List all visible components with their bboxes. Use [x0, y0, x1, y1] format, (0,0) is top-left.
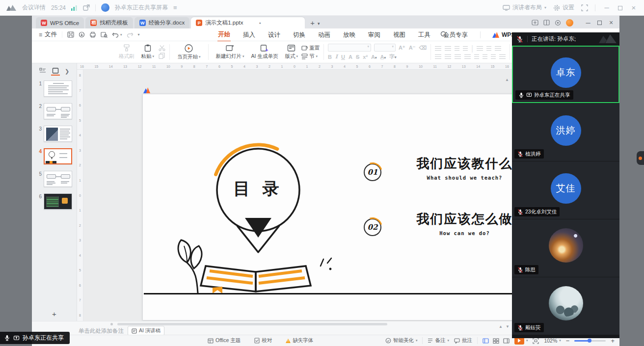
- paste-button[interactable]: 粘贴▾: [138, 44, 158, 60]
- slide-thumb-1[interactable]: 1: [32, 80, 77, 97]
- wps-restore-button[interactable]: [597, 18, 602, 27]
- slide-thumb-3[interactable]: 3: [32, 126, 77, 142]
- ribbon-tab-home[interactable]: 开始: [217, 28, 231, 42]
- tab-presentation-pptx[interactable]: P演示文稿1.pptx●: [191, 17, 305, 28]
- panel-collapse-handle[interactable]: [637, 151, 644, 165]
- slide-thumb-2[interactable]: 2: [32, 103, 77, 119]
- ai-generate-page-button[interactable]: AI 生成单页: [248, 44, 282, 60]
- new-tab-button[interactable]: +: [310, 19, 315, 27]
- toc-item-2-subtitle[interactable]: How can we do?: [412, 230, 517, 236]
- ribbon-tab-animation[interactable]: 动画: [318, 29, 331, 41]
- file-menu-button[interactable]: ≡文件: [32, 30, 62, 39]
- tab-docer-templates[interactable]: 稻找稻壳模板: [85, 17, 133, 28]
- tab-experience-docx[interactable]: W经验分享.docx: [134, 17, 190, 28]
- play-from-current-button[interactable]: 当页开始▾: [174, 44, 204, 60]
- export-icon[interactable]: [79, 31, 85, 38]
- outline-view-tab[interactable]: [39, 68, 46, 75]
- smart-beautify-button[interactable]: 智能美化▾: [385, 337, 418, 344]
- mic-muted-icon: [517, 267, 523, 273]
- mic-muted-icon[interactable]: [516, 36, 523, 43]
- horizontal-ruler: 1615141312111098765432101234567891011121…: [77, 63, 512, 70]
- ribbon-tab-slideshow[interactable]: 放映: [343, 29, 356, 41]
- quickbar-caret[interactable]: ▾: [138, 32, 140, 37]
- slide-thumb-4-selected[interactable]: 4: [32, 148, 77, 164]
- hamburger-icon[interactable]: ≡: [173, 4, 177, 11]
- slide-thumb-5[interactable]: 5: [32, 171, 77, 187]
- open-external-icon[interactable]: [83, 4, 90, 11]
- ribbon-tab-tools[interactable]: 工具: [418, 29, 431, 41]
- slide-canvas[interactable]: ▲ ▲▼ 目 录: [83, 70, 512, 321]
- participant-tile[interactable]: 洪婷 植洪婷: [512, 104, 619, 161]
- share-doc-icon[interactable]: [532, 20, 538, 26]
- section-button[interactable]: 节▾: [301, 53, 320, 60]
- print-icon[interactable]: [89, 31, 96, 38]
- slide-layout-button[interactable]: 版式▾: [281, 44, 301, 60]
- print-preview-icon[interactable]: [101, 31, 107, 38]
- toc-item-1-number[interactable]: 01: [364, 163, 381, 181]
- ribbon-tab-insert[interactable]: 插入: [242, 29, 256, 41]
- account-avatar[interactable]: [566, 19, 573, 27]
- layout-selector[interactable]: 演讲者布局 ▾: [503, 3, 546, 12]
- participant-avatar: 卓东: [551, 57, 581, 88]
- toc-title[interactable]: 目 录: [221, 178, 295, 200]
- slide-thumb-6[interactable]: 6: [32, 193, 77, 210]
- mic-on-icon: [4, 335, 10, 341]
- reading-view-icon[interactable]: [503, 338, 510, 344]
- ribbon-tab-transition[interactable]: 切换: [293, 29, 306, 41]
- notes-resize-handle[interactable]: ▲ ▼: [499, 324, 510, 329]
- slide-panel: ❯ 1 2 3 4: [32, 63, 77, 321]
- ribbon-tab-view[interactable]: 视图: [393, 29, 406, 41]
- panel-expand-chevron[interactable]: ❯: [65, 68, 69, 75]
- normal-view-icon[interactable]: [483, 338, 489, 344]
- participant-tile[interactable]: 陈思: [512, 219, 619, 277]
- save-icon[interactable]: [67, 31, 74, 38]
- toc-item-1-title[interactable]: 我们应该教什么: [412, 155, 517, 172]
- slide-view-tab[interactable]: [52, 68, 59, 75]
- new-slide-button[interactable]: 新建幻灯片▾: [213, 44, 248, 60]
- comments-button[interactable]: 批注: [454, 337, 472, 344]
- ribbon-tab-review[interactable]: 审阅: [368, 29, 381, 41]
- fullscreen-icon[interactable]: [581, 4, 588, 11]
- scroll-up-arrow[interactable]: ▲: [505, 78, 509, 82]
- zoom-level[interactable]: 102%▾: [544, 338, 561, 344]
- wps-minimize-button[interactable]: ─: [584, 19, 592, 27]
- proofing-button[interactable]: 校对: [254, 337, 272, 344]
- toc-item-2-number[interactable]: 02: [364, 218, 381, 236]
- wps-assistant-icon[interactable]: [143, 87, 150, 93]
- slide-4-canvas[interactable]: 目 录: [142, 94, 545, 320]
- hscroll-dot[interactable]: [110, 323, 113, 325]
- meeting-details-button[interactable]: 会议详情: [22, 3, 46, 12]
- maximize-button[interactable]: [618, 3, 622, 12]
- book-illustration[interactable]: [187, 263, 324, 293]
- add-slide-button[interactable]: +: [32, 310, 77, 318]
- settings-button[interactable]: 设置: [553, 3, 574, 12]
- theme-indicator[interactable]: Office 主题: [208, 337, 241, 344]
- toc-item-1-subtitle[interactable]: What should we teach?: [412, 175, 517, 181]
- toc-item-2-title[interactable]: 我们应该怎么做: [412, 211, 517, 228]
- tab-list-caret[interactable]: ▾: [318, 21, 320, 26]
- participant-tile-sharing[interactable]: 卓东 孙卓东正在共享: [512, 46, 619, 103]
- horizontal-scrollbar[interactable]: [117, 323, 387, 325]
- close-button[interactable]: ×: [629, 3, 638, 12]
- skin-icon[interactable]: [555, 20, 561, 26]
- participant-tile[interactable]: 艾佳 23化卓刘艾佳: [512, 161, 619, 219]
- undo-button[interactable]: ▾: [112, 32, 122, 38]
- window-split-icon[interactable]: [543, 20, 550, 26]
- notes-toggle-button[interactable]: 备注▾: [428, 337, 449, 344]
- tab-wps-office[interactable]: WWPS Office: [36, 17, 84, 28]
- fit-slide-icon[interactable]: [533, 338, 539, 344]
- minimize-button[interactable]: ─: [602, 4, 611, 11]
- slide-sorter-icon[interactable]: [493, 338, 499, 344]
- ai-speech-button[interactable]: AI 演讲稿: [128, 326, 164, 336]
- notes-placeholder[interactable]: 单击此处添加备注: [79, 327, 124, 335]
- ribbon-tab-design[interactable]: 设计: [268, 29, 281, 41]
- missing-font-warning[interactable]: 缺失字体: [286, 337, 313, 344]
- zoom-slider[interactable]: [574, 340, 606, 342]
- participant-tile[interactable]: 戴钰荧: [512, 277, 619, 335]
- meeting-timer: 25:24: [51, 4, 66, 11]
- search-icon[interactable]: [440, 31, 447, 38]
- copy-button: [159, 53, 165, 59]
- wps-close-button[interactable]: ×: [607, 19, 616, 27]
- reset-slide-button[interactable]: 重置: [301, 45, 320, 52]
- zoom-slider-knob[interactable]: [588, 339, 591, 343]
